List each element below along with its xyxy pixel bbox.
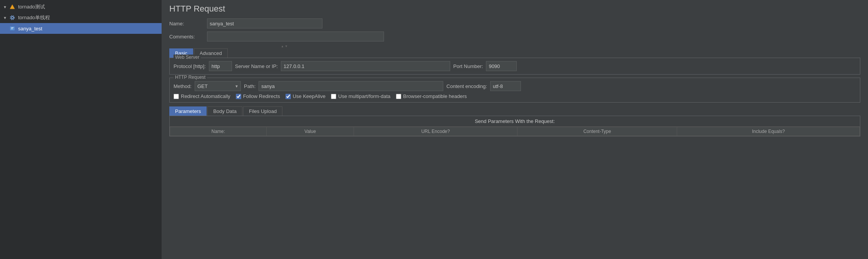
- comments-label: Comments:: [169, 34, 204, 40]
- triangle-icon: [8, 3, 16, 11]
- http-request-panel-title: HTTP Request: [174, 75, 207, 80]
- col-urlencode: URL Encode?: [354, 127, 517, 136]
- redirect-auto-label: Redirect Automatically: [181, 93, 230, 99]
- comments-row: Comments:: [169, 32, 860, 42]
- sub-tab-body-data[interactable]: Body Data: [207, 106, 242, 116]
- path-input[interactable]: [259, 81, 443, 91]
- sub-tab-bar: Parameters Body Data Files Upload: [169, 106, 860, 116]
- sidebar-item-tornado-thread[interactable]: ▼ tornado单线程: [0, 12, 162, 23]
- protocol-input[interactable]: [209, 61, 232, 71]
- params-table: Name: Value URL Encode? Content-Type Inc…: [170, 127, 860, 136]
- method-select[interactable]: GET POST PUT DELETE PATCH HEAD OPTIONS: [195, 81, 241, 91]
- encoding-input[interactable]: [490, 81, 521, 91]
- gear-icon: [8, 14, 16, 22]
- params-header: Send Parameters With the Request:: [170, 116, 860, 127]
- main-tab-bar: Basic Advanced: [169, 48, 860, 58]
- redirect-auto-checkbox[interactable]: Redirect Automatically: [174, 93, 230, 99]
- sub-tab-files-upload[interactable]: Files Upload: [243, 106, 282, 116]
- protocol-label: Protocol [http]:: [174, 63, 206, 69]
- col-value: Value: [267, 127, 354, 136]
- svg-marker-0: [10, 5, 15, 9]
- follow-redirects-checkbox[interactable]: Follow Redirects: [236, 93, 280, 99]
- server-input[interactable]: [281, 61, 450, 71]
- server-label: Server Name or IP:: [235, 63, 278, 69]
- encoding-label: Content encoding:: [446, 83, 487, 89]
- use-keepalive-checkbox[interactable]: Use KeepAlive: [285, 93, 326, 99]
- http-request-panel: HTTP Request Method: GET POST PUT DELETE…: [169, 78, 860, 103]
- sidebar-item-label: tornado单线程: [18, 14, 50, 21]
- web-server-row: Protocol [http]: Server Name or IP: Port…: [174, 61, 856, 71]
- web-server-panel-title: Web Server: [174, 55, 201, 60]
- svg-rect-3: [10, 27, 15, 30]
- name-row: Name:: [169, 18, 860, 28]
- sidebar-item-label: tornado测试: [18, 3, 45, 10]
- method-label: Method:: [174, 83, 192, 89]
- main-content: HTTP Request Name: Comments: ▲▼ Basic Ad…: [162, 0, 868, 259]
- sidebar-item-tornado-test[interactable]: ▼ tornado测试: [0, 2, 162, 12]
- port-label: Port Number:: [453, 63, 483, 69]
- resize-dots-icon: ▲▼: [281, 45, 289, 48]
- comments-input[interactable]: [207, 32, 384, 42]
- sidebar-item-label: sanya_test: [18, 26, 42, 32]
- use-keepalive-input[interactable]: [285, 94, 291, 99]
- svg-point-1: [11, 17, 13, 19]
- col-content-type: Content-Type: [517, 127, 677, 136]
- col-include-equals: Include Equals?: [677, 127, 860, 136]
- col-name: Name:: [170, 127, 267, 136]
- browser-headers-input[interactable]: [396, 94, 401, 99]
- sidebar: ▼ tornado测试 ▼ tornado单线程 sanya_test: [0, 0, 162, 259]
- sub-tab-parameters[interactable]: Parameters: [169, 106, 207, 116]
- browser-headers-checkbox[interactable]: Browser-compatible headers: [396, 93, 467, 99]
- method-path-row: Method: GET POST PUT DELETE PATCH HEAD O…: [174, 81, 856, 91]
- follow-redirects-label: Follow Redirects: [243, 93, 280, 99]
- name-input[interactable]: [207, 18, 322, 28]
- multipart-checkbox[interactable]: Use multipart/form-data: [331, 93, 391, 99]
- resize-handle[interactable]: ▲▼: [169, 45, 400, 48]
- redirect-auto-input[interactable]: [174, 94, 179, 99]
- method-select-wrapper: GET POST PUT DELETE PATCH HEAD OPTIONS ▼: [195, 81, 241, 91]
- multipart-label: Use multipart/form-data: [338, 93, 391, 99]
- arrow-icon: ▼: [3, 16, 8, 20]
- browser-headers-label: Browser-compatible headers: [403, 93, 467, 99]
- multipart-input[interactable]: [331, 94, 336, 99]
- arrow-icon: ▼: [3, 5, 8, 9]
- name-label: Name:: [169, 21, 204, 27]
- port-input[interactable]: [486, 61, 517, 71]
- follow-redirects-input[interactable]: [236, 94, 241, 99]
- params-panel: Send Parameters With the Request: Name: …: [169, 116, 860, 136]
- checkboxes-row: Redirect Automatically Follow Redirects …: [174, 93, 856, 99]
- pencil-icon: [8, 25, 16, 32]
- use-keepalive-label: Use KeepAlive: [293, 93, 326, 99]
- path-label: Path:: [244, 83, 255, 89]
- page-title: HTTP Request: [169, 4, 860, 14]
- web-server-panel: Web Server Protocol [http]: Server Name …: [169, 58, 860, 75]
- sidebar-item-sanya-test[interactable]: sanya_test: [0, 23, 162, 34]
